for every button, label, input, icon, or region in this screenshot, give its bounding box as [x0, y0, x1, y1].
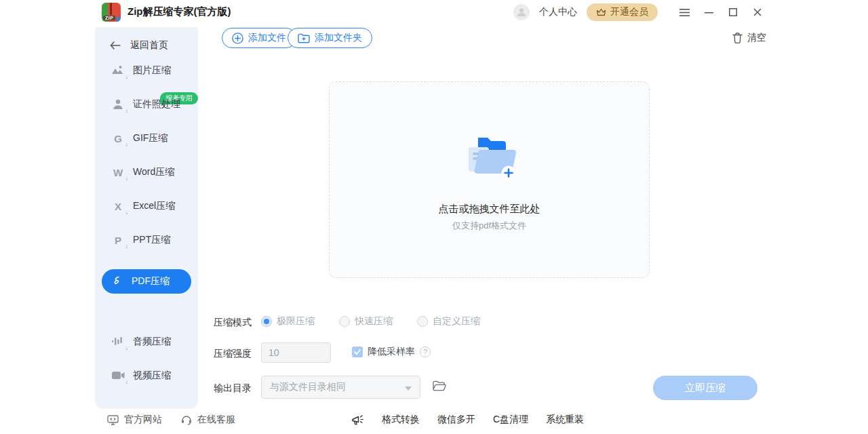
dropzone-main-text: 点击或拖拽文件至此处: [439, 203, 540, 216]
excel-icon: X↓: [111, 199, 125, 213]
downsample-checkbox-row[interactable]: 降低采样率 ?: [352, 346, 431, 358]
file-dropzone[interactable]: 点击或拖拽文件至此处 仅支持pdf格式文件: [329, 81, 650, 278]
sidebar-item-ppt-compress[interactable]: P↓ PPT压缩: [111, 231, 193, 250]
audio-icon: ↓: [111, 335, 125, 349]
system-reinstall-link[interactable]: 系统重装: [546, 414, 584, 426]
word-icon: W↓: [111, 165, 125, 179]
format-convert-link[interactable]: 格式转换: [382, 414, 420, 426]
sidebar-item-excel-compress[interactable]: X↓ Excel压缩: [111, 197, 193, 216]
app-window: ZIP Zip解压缩专家(官方版) 个人中心 开通会员: [0, 0, 868, 434]
checkbox-checked-icon: [352, 347, 363, 357]
plus-circle-icon: [232, 33, 243, 44]
radio-selected-icon: [261, 316, 272, 327]
compress-now-button[interactable]: 立即压缩: [653, 376, 757, 400]
add-files-folder-icon: [460, 134, 519, 181]
minimize-button[interactable]: [700, 3, 717, 21]
ppt-icon: P↓: [111, 233, 125, 247]
mode-label: 压缩模式: [214, 317, 252, 329]
cdrive-clean-link[interactable]: C盘清理: [493, 414, 528, 426]
id-photo-icon: ↓: [111, 98, 125, 111]
monitor-icon: [107, 415, 119, 425]
output-label: 输出目录: [214, 382, 252, 395]
pdf-icon: ↓: [113, 276, 123, 287]
sidebar-item-gif-compress[interactable]: G↓ GIF压缩: [111, 129, 193, 148]
sidebar-item-pdf-compress-active[interactable]: ↓ PDF压缩: [102, 269, 191, 294]
add-file-button[interactable]: 添加文件: [222, 28, 296, 48]
radio-custom-compress[interactable]: 自定义压缩: [417, 315, 480, 328]
sidebar-item-video-compress[interactable]: ↓ 视频压缩: [111, 366, 193, 385]
help-icon[interactable]: ?: [420, 347, 431, 357]
radio-extreme-compress[interactable]: 极限压缩: [261, 315, 315, 328]
sidebar: 返回首页 ↓ 图片压缩 报考专用 ↓ 证件照处理 G↓ GIF压缩 W: [95, 27, 198, 409]
menu-icon[interactable]: [675, 3, 693, 21]
radio-unselected-icon: [339, 316, 350, 327]
image-icon: ↓: [111, 64, 125, 77]
maximize-button[interactable]: [724, 3, 742, 21]
sidebar-item-audio-compress[interactable]: ↓ 音频压缩: [111, 332, 193, 351]
app-logo-icon: ZIP: [102, 3, 121, 22]
strength-input[interactable]: [261, 342, 331, 363]
chevron-down-icon: [405, 387, 412, 391]
sidebar-item-image-compress[interactable]: ↓ 图片压缩: [111, 61, 193, 80]
output-dir-select[interactable]: 与源文件目录相同: [261, 376, 420, 399]
footer: 官方网站 在线客服 格式转换 微信多开 C盘清理 系统重装: [0, 414, 868, 434]
online-support-link[interactable]: 在线客服: [181, 414, 235, 426]
official-site-link[interactable]: 官方网站: [107, 414, 162, 426]
radio-fast-compress[interactable]: 快速压缩: [339, 315, 393, 328]
clear-button[interactable]: 清空: [732, 32, 766, 44]
megaphone-icon: [351, 414, 364, 426]
headset-icon: [181, 414, 192, 425]
browse-folder-icon[interactable]: [433, 380, 446, 391]
titlebar: ZIP Zip解压缩专家(官方版) 个人中心 开通会员: [0, 0, 868, 24]
strength-label: 压缩强度: [214, 348, 252, 360]
compress-mode-group: 极限压缩 快速压缩 自定义压缩: [261, 315, 480, 328]
video-icon: ↓: [111, 369, 125, 382]
logo-zip-label: ZIP: [103, 16, 115, 20]
crown-icon: [596, 8, 606, 17]
dropzone-sub-text: 仅支持pdf格式文件: [452, 220, 526, 232]
app-title: Zip解压缩专家(官方版): [127, 5, 231, 18]
open-vip-button[interactable]: 开通会员: [587, 3, 658, 21]
avatar[interactable]: [513, 4, 530, 20]
sidebar-item-id-photo[interactable]: ↓ 证件照处理: [111, 95, 193, 114]
trash-icon: [732, 33, 743, 43]
radio-unselected-icon: [417, 316, 428, 327]
close-button[interactable]: [749, 3, 766, 21]
folder-plus-icon: [298, 33, 310, 43]
gif-icon: G↓: [111, 132, 125, 145]
add-folder-button[interactable]: 添加文件夹: [288, 28, 372, 48]
wechat-multi-link[interactable]: 微信多开: [437, 414, 475, 426]
back-arrow-icon: [110, 41, 121, 50]
back-home-button[interactable]: 返回首页: [110, 39, 168, 52]
user-center-link[interactable]: 个人中心: [539, 6, 577, 18]
sidebar-item-word-compress[interactable]: W↓ Word压缩: [111, 163, 193, 182]
